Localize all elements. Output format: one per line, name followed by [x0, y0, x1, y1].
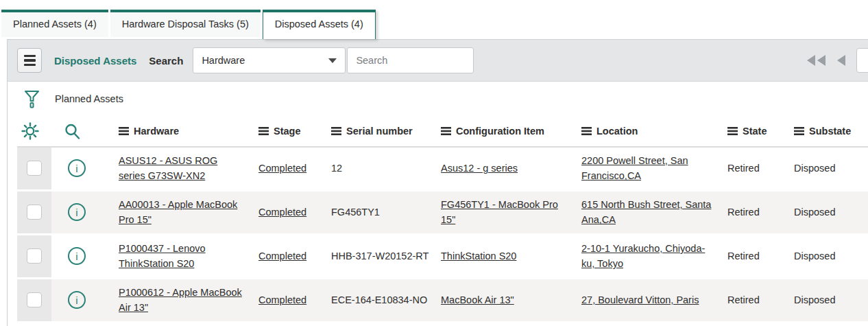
list-bars-icon	[441, 127, 451, 135]
list-bars-icon	[258, 127, 269, 135]
column-header-label: Serial number	[346, 126, 413, 137]
column-header-label: State	[743, 126, 767, 137]
personalize-list-button[interactable]	[17, 116, 51, 146]
serial-number-value: HHB-317-W20152-RT	[331, 248, 429, 264]
list-pager	[806, 54, 847, 67]
funnel-icon[interactable]	[24, 90, 40, 108]
table-header-row: Hardware Stage Serial number Configurati…	[17, 116, 868, 148]
column-header-serial-number[interactable]: Serial number	[328, 116, 438, 146]
column-header-label: Stage	[274, 126, 301, 137]
column-header-location[interactable]: Location	[579, 116, 725, 146]
previous-page-button[interactable]	[836, 54, 847, 67]
location-link[interactable]: 2200 Powell Street, San Francisco,CA	[581, 153, 714, 184]
serial-number-value: FG456TY1	[331, 205, 380, 220]
column-header-configuration-item[interactable]: Configuration Item	[438, 116, 579, 146]
location-link[interactable]: 27, Boulevard Vitton, Paris	[581, 292, 699, 307]
configuration-item-link[interactable]: Asus12 - g series	[441, 161, 518, 176]
search-input[interactable]	[347, 47, 474, 73]
search-label: Search	[149, 55, 183, 67]
stage-link[interactable]: Completed	[258, 292, 306, 307]
table-row: i ASUS12 - ASUS ROG series G73SW-XN2 Com…	[17, 148, 868, 189]
substate-value: Disposed	[794, 292, 835, 307]
hardware-link[interactable]: AA00013 - Apple MacBook Pro 15"	[119, 197, 242, 228]
first-page-icon	[806, 54, 827, 67]
configuration-item-link[interactable]: MacBook Air 13"	[441, 292, 514, 307]
stage-link[interactable]: Completed	[258, 248, 306, 264]
list-toolbar: Disposed Assets Search Hardware	[8, 40, 868, 82]
column-header-substate[interactable]: Substate	[791, 116, 868, 146]
previous-page-icon	[836, 54, 847, 67]
search-field-selected-value: Hardware	[202, 55, 245, 66]
column-header-label: Hardware	[134, 126, 179, 137]
substate-value: Disposed	[794, 248, 835, 264]
column-header-label: Configuration Item	[456, 126, 544, 137]
stage-link[interactable]: Completed	[258, 161, 306, 176]
column-header-label: Substate	[809, 126, 851, 137]
substate-value: Disposed	[794, 205, 835, 220]
breadcrumb[interactable]: Planned Assets	[55, 93, 123, 104]
serial-number-value: 12	[331, 161, 342, 176]
table-row: i P1000437 - Lenovo ThinkStation S20 Com…	[17, 235, 868, 277]
row-checkbox[interactable]	[27, 248, 42, 264]
table-row: i AA00013 - Apple MacBook Pro 15" Comple…	[17, 191, 868, 233]
substate-value: Disposed	[794, 161, 835, 176]
state-value: Retired	[727, 161, 760, 176]
list-bars-icon	[727, 127, 738, 135]
column-header-stage[interactable]: Stage	[256, 116, 328, 146]
hardware-link[interactable]: ASUS12 - ASUS ROG series G73SW-XN2	[119, 153, 242, 184]
hardware-link[interactable]: P1000437 - Lenovo ThinkStation S20	[119, 241, 242, 272]
column-header-hardware[interactable]: Hardware	[112, 116, 256, 146]
column-header-label: Location	[596, 126, 638, 137]
tab-bar: Planned Assets (4) Hardware Disposal Tas…	[1, 10, 376, 37]
state-value: Retired	[727, 292, 760, 307]
caret-down-icon	[328, 58, 337, 63]
location-link[interactable]: 615 North Bush Street, Santa Ana,CA	[581, 197, 714, 228]
info-icon[interactable]: i	[68, 291, 86, 309]
row-checkbox[interactable]	[27, 161, 42, 176]
list-bars-icon	[581, 127, 592, 135]
row-checkbox[interactable]	[27, 205, 42, 220]
disposed-assets-list-page: Planned Assets (4) Hardware Disposal Tas…	[0, 0, 868, 326]
tab-planned-assets[interactable]: Planned Assets (4)	[1, 10, 108, 37]
list-bars-icon	[119, 127, 129, 135]
tab-disposed-assets[interactable]: Disposed Assets (4)	[263, 10, 376, 39]
list-container: Disposed Assets Search Hardware	[7, 39, 868, 326]
gear-icon	[21, 122, 39, 140]
info-icon[interactable]: i	[68, 203, 86, 221]
pager-row-index-input[interactable]	[856, 48, 868, 73]
list-bars-icon	[794, 127, 804, 135]
list-title: Disposed Assets	[54, 55, 136, 67]
configuration-item-link[interactable]: FG456TY1 - MacBook Pro 15"	[441, 197, 572, 228]
location-link[interactable]: 2-10-1 Yurakucho, Chiyoda-ku, Tokyo	[581, 241, 714, 272]
first-page-button[interactable]	[806, 54, 827, 67]
row-checkbox[interactable]	[27, 292, 42, 307]
list-bars-icon	[331, 127, 341, 135]
stage-link[interactable]: Completed	[258, 205, 306, 220]
list-context-menu-button[interactable]	[17, 48, 42, 73]
serial-number-value: ECE-164-E10834-NO	[331, 292, 427, 307]
search-field-select[interactable]: Hardware	[193, 47, 346, 73]
column-header-state[interactable]: State	[725, 116, 791, 146]
info-icon[interactable]: i	[68, 159, 86, 177]
magnifier-icon	[64, 123, 81, 140]
state-value: Retired	[727, 248, 760, 264]
tab-hardware-disposal-tasks[interactable]: Hardware Disposal Tasks (5)	[110, 10, 261, 37]
state-value: Retired	[727, 205, 760, 220]
column-search-toggle[interactable]	[51, 116, 112, 146]
breadcrumb-row: Planned Assets	[8, 82, 868, 116]
info-icon[interactable]: i	[68, 247, 86, 265]
hardware-link[interactable]: P1000612 - Apple MacBook Air 13"	[119, 285, 242, 316]
configuration-item-link[interactable]: ThinkStation S20	[441, 248, 516, 264]
table-row: i P1000612 - Apple MacBook Air 13" Compl…	[17, 279, 868, 321]
